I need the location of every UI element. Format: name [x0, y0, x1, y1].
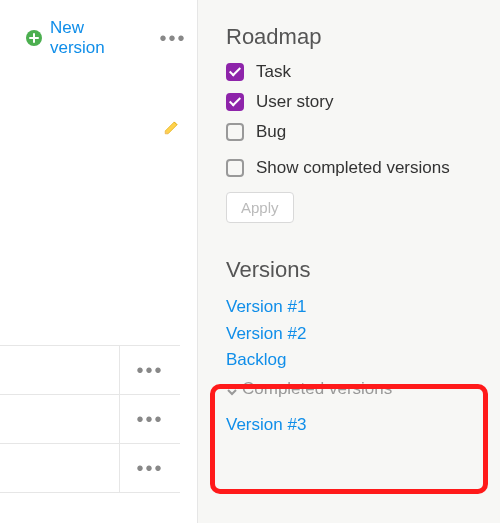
edit-icon[interactable] — [163, 118, 181, 136]
checkbox-icon — [226, 93, 244, 111]
items-table: ••• ••• ••• — [0, 345, 180, 493]
completed-toggle-label: Completed versions — [242, 379, 392, 399]
sidebar-panel: Roadmap Task User story Bug Show complet… — [198, 0, 500, 523]
filter-label: Task — [256, 62, 291, 82]
checkbox-icon — [226, 159, 244, 177]
table-row: ••• — [0, 346, 180, 395]
left-panel: New version ••• ••• ••• ••• — [0, 0, 198, 523]
row-more-button[interactable]: ••• — [120, 346, 180, 394]
apply-button[interactable]: Apply — [226, 192, 294, 223]
version-link-completed[interactable]: Version #3 — [226, 413, 480, 438]
toggle-show-completed[interactable]: Show completed versions — [226, 158, 480, 178]
toggle-label: Show completed versions — [256, 158, 450, 178]
filter-bug[interactable]: Bug — [226, 122, 480, 142]
version-link[interactable]: Version #1 — [226, 295, 480, 320]
checkbox-icon — [226, 63, 244, 81]
filter-user-story[interactable]: User story — [226, 92, 480, 112]
filter-label: User story — [256, 92, 333, 112]
filter-label: Bug — [256, 122, 286, 142]
checkbox-icon — [226, 123, 244, 141]
table-row: ••• — [0, 444, 180, 493]
version-link[interactable]: Backlog — [226, 348, 480, 373]
chevron-down-icon — [226, 383, 238, 395]
more-actions-button[interactable]: ••• — [159, 26, 187, 50]
completed-versions-toggle[interactable]: Completed versions — [226, 379, 480, 399]
new-version-button[interactable]: New version — [50, 18, 143, 58]
plus-icon — [26, 30, 42, 46]
row-more-button[interactable]: ••• — [120, 444, 180, 492]
row-more-button[interactable]: ••• — [120, 395, 180, 443]
roadmap-title: Roadmap — [226, 24, 480, 50]
version-link[interactable]: Version #2 — [226, 322, 480, 347]
filter-task[interactable]: Task — [226, 62, 480, 82]
versions-title: Versions — [226, 257, 480, 283]
table-row: ••• — [0, 395, 180, 444]
